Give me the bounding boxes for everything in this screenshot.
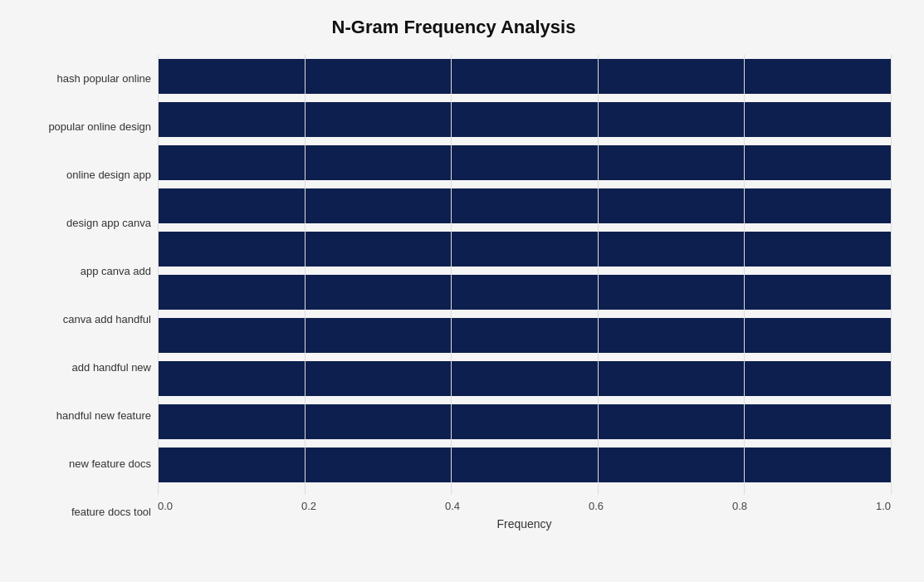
- y-axis-label: handful new feature: [17, 394, 151, 438]
- y-axis-label: hash popular online: [17, 57, 151, 100]
- chart-title: N-Gram Frequency Analysis: [17, 17, 891, 38]
- bar-row: [158, 443, 891, 487]
- y-axis-label: add handful new: [17, 346, 151, 389]
- y-axis-label: canva add handful: [17, 298, 151, 341]
- x-ticks: 0.00.20.40.60.81.0: [158, 495, 891, 512]
- x-tick: 0.6: [589, 500, 604, 512]
- bar-row: [158, 98, 891, 141]
- x-tick: 0.0: [158, 500, 173, 512]
- x-axis-label: Frequency: [158, 517, 891, 531]
- y-axis-label: online design app: [17, 154, 151, 197]
- bar-row: [158, 357, 891, 400]
- bar: [158, 361, 891, 396]
- grid-line: [158, 55, 159, 495]
- grid-line: [744, 55, 745, 495]
- bar: [158, 318, 891, 353]
- bar: [158, 145, 891, 180]
- bars-and-x: 0.00.20.40.60.81.0 Frequency: [158, 55, 891, 536]
- x-tick: 0.8: [732, 500, 747, 512]
- bar: [158, 232, 891, 267]
- chart-area: hash popular onlinepopular online design…: [17, 55, 891, 536]
- y-axis-label: app canva add: [17, 250, 151, 293]
- bar: [158, 188, 891, 223]
- y-axis: hash popular onlinepopular online design…: [17, 55, 158, 536]
- bar-row: [158, 227, 891, 271]
- bar-row: [158, 400, 891, 443]
- bar: [158, 275, 891, 310]
- bar: [158, 59, 891, 94]
- y-axis-label: design app canva: [17, 202, 151, 245]
- bar-row: [158, 314, 891, 357]
- bars-area: [158, 55, 891, 495]
- bar-row: [158, 184, 891, 227]
- bar: [158, 448, 891, 482]
- bar: [158, 404, 891, 439]
- x-tick: 1.0: [876, 500, 891, 512]
- y-axis-label: feature docs tool: [17, 491, 151, 534]
- grid-line: [891, 55, 892, 495]
- bar: [158, 102, 891, 137]
- x-axis: 0.00.20.40.60.81.0 Frequency: [158, 495, 891, 536]
- bar-row: [158, 55, 891, 98]
- grid-line: [451, 55, 452, 495]
- y-axis-label: popular online design: [17, 105, 151, 149]
- grid-line: [598, 55, 599, 495]
- y-axis-label: new feature docs: [17, 443, 151, 486]
- x-tick: 0.2: [301, 500, 316, 512]
- bar-row: [158, 141, 891, 184]
- x-tick: 0.4: [445, 500, 460, 512]
- chart-container: N-Gram Frequency Analysis hash popular o…: [0, 0, 924, 582]
- grid-line: [305, 55, 306, 495]
- bar-row: [158, 271, 891, 314]
